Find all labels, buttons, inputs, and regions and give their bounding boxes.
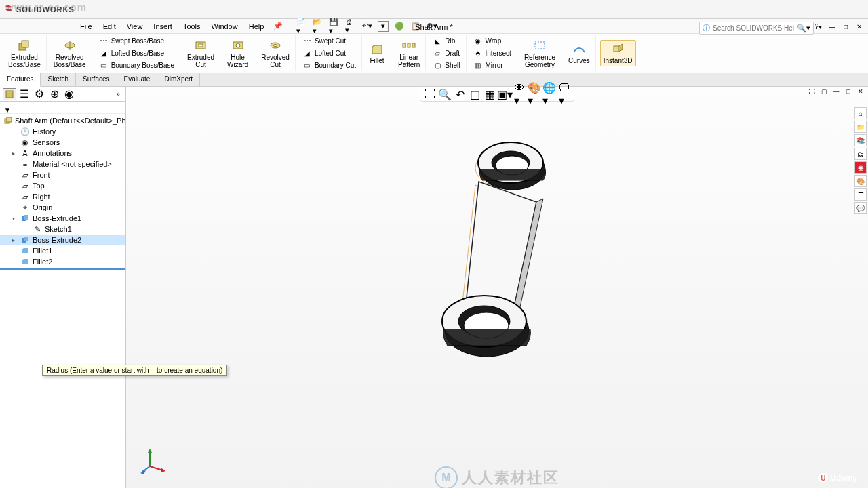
view-triad[interactable] xyxy=(140,447,167,474)
tree-root[interactable]: Shaft Arm (Default<<Default>_PhotoWorks … xyxy=(0,115,125,126)
swept-boss-button[interactable]: 〰Swept Boss/Base xyxy=(96,36,177,47)
boundary-boss-button[interactable]: ▭Boundary Boss/Base xyxy=(96,60,177,71)
instant3d-button[interactable]: Instant3D xyxy=(600,40,636,66)
taskpane-resources-icon[interactable]: 📁 xyxy=(854,121,867,133)
taskpane-appearances-icon[interactable]: 🎨 xyxy=(854,175,867,187)
tree-annotations[interactable]: ▸AAnnotations xyxy=(0,148,125,159)
taskpane-design-library-icon[interactable]: 📚 xyxy=(854,134,867,146)
zoom-area-icon[interactable]: 🔍 xyxy=(439,89,450,100)
revolved-cut-button[interactable]: Revolved Cut xyxy=(258,37,292,70)
hide-show-icon[interactable]: 👁▾ xyxy=(514,89,525,100)
search-box[interactable]: ⓘ 🔍▾ xyxy=(699,22,814,35)
rebuild-icon[interactable]: 🟢 xyxy=(394,21,405,32)
minimize-icon[interactable]: — xyxy=(827,22,837,31)
viewport-min-icon[interactable]: — xyxy=(831,87,841,96)
swept-cut-button[interactable]: 〰Swept Cut xyxy=(300,36,359,47)
menu-help[interactable]: Help xyxy=(243,22,270,30)
tree-sketch1[interactable]: ✎Sketch1 xyxy=(0,224,125,235)
menu-tools[interactable]: Tools xyxy=(178,22,206,30)
wrap-button[interactable]: ◉Wrap xyxy=(471,36,514,47)
tab-dimxpert[interactable]: DimXpert xyxy=(157,73,200,86)
menu-insert[interactable]: Insert xyxy=(148,22,178,30)
menu-window[interactable]: Window xyxy=(206,22,243,30)
taskpane-forum-icon[interactable]: 💬 xyxy=(854,202,867,214)
model-view[interactable] xyxy=(411,121,601,405)
viewport-close-icon[interactable]: ✕ xyxy=(856,87,865,96)
taskpane-file-explorer-icon[interactable]: 🗂 xyxy=(854,148,867,160)
maximize-icon[interactable]: □ xyxy=(841,22,850,31)
tree-front-plane[interactable]: ▱Front xyxy=(0,169,125,180)
reference-geometry-button[interactable]: Reference Geometry xyxy=(521,37,558,70)
view-orientation-icon[interactable]: ▦ xyxy=(484,89,495,100)
viewport-expand-icon[interactable]: ⛶ xyxy=(807,87,816,96)
tab-surfaces[interactable]: Surfaces xyxy=(76,73,117,86)
view-settings-icon[interactable]: 🖵▾ xyxy=(559,89,570,100)
tab-features[interactable]: Features xyxy=(0,73,41,87)
menu-edit[interactable]: Edit xyxy=(98,22,121,30)
tree-filter[interactable]: ▼ xyxy=(0,102,125,114)
print-icon[interactable]: 🖨▾ xyxy=(345,21,356,32)
viewport[interactable]: ⛶ 🔍 ↶ ◫ ▦ ▣▾ 👁▾ 🎨▾ 🌐▾ 🖵▾ ⛶ ▢ — □ ✕ ⌂ 📁 📚… xyxy=(126,87,868,488)
tree-expand-icon[interactable]: » xyxy=(113,90,123,98)
tree-history[interactable]: 🕑History xyxy=(0,126,125,137)
rib-button[interactable]: ◣Rib xyxy=(430,36,462,47)
tree-fillet2[interactable]: Fillet2 xyxy=(0,256,125,267)
section-view-icon[interactable]: ◫ xyxy=(469,89,480,100)
previous-view-icon[interactable]: ↶ xyxy=(454,89,465,100)
extruded-cut-button[interactable]: Extruded Cut xyxy=(184,37,217,70)
menu-view[interactable]: View xyxy=(121,22,149,30)
taskpane-custom-props-icon[interactable]: ☰ xyxy=(854,188,867,201)
hole-wizard-button[interactable]: Hole Wizard xyxy=(224,37,251,70)
intersect-button[interactable]: ⬘Intersect xyxy=(471,48,514,59)
tree-boss-extrude1[interactable]: ▾Boss-Extrude1 xyxy=(0,213,125,224)
tree-boss-extrude2[interactable]: ▸Boss-Extrude2 xyxy=(0,235,125,245)
lofted-cut-button[interactable]: ◢Lofted Cut xyxy=(300,48,359,59)
tree-origin[interactable]: ⌖Origin xyxy=(0,202,125,213)
undo-icon[interactable]: ↶▾ xyxy=(361,21,372,32)
viewport-window-icon[interactable]: ▢ xyxy=(819,87,829,96)
tree-tab-property-icon[interactable]: ☰ xyxy=(18,88,31,100)
tab-sketch[interactable]: Sketch xyxy=(41,73,76,86)
new-doc-icon[interactable]: 📄▾ xyxy=(296,21,307,32)
mirror-button[interactable]: ▥Mirror xyxy=(471,60,514,71)
boundary-cut-button[interactable]: ▭Boundary Cut xyxy=(300,60,359,71)
tab-evaluate[interactable]: Evaluate xyxy=(117,73,158,86)
extruded-boss-button[interactable]: Extruded Boss/Base xyxy=(5,37,43,70)
revolved-boss-button[interactable]: Revolved Boss/Base xyxy=(51,37,89,70)
close-icon[interactable]: ✕ xyxy=(854,22,864,31)
edit-appearance-icon[interactable]: 🎨▾ xyxy=(529,89,540,100)
search-icon[interactable]: 🔍▾ xyxy=(797,24,810,33)
search-input[interactable] xyxy=(713,24,794,32)
curves-button[interactable]: Curves xyxy=(566,41,593,66)
tree-sensors[interactable]: ◉Sensors xyxy=(0,137,125,148)
tooltip: Radius (Enter a value or start with = to… xyxy=(42,365,227,376)
tree-right-plane[interactable]: ▱Right xyxy=(0,191,125,202)
menu-file[interactable]: File xyxy=(75,22,98,30)
save-icon[interactable]: 💾▾ xyxy=(329,21,340,32)
tree-material[interactable]: ≡Material <not specified> xyxy=(0,159,125,169)
apply-scene-icon[interactable]: 🌐▾ xyxy=(544,89,555,100)
zoom-fit-icon[interactable]: ⛶ xyxy=(425,89,435,100)
display-style-icon[interactable]: ▣▾ xyxy=(499,89,510,100)
svg-line-35 xyxy=(142,466,150,472)
fillet-button[interactable]: Fillet xyxy=(366,41,388,66)
taskpane-view-palette-icon[interactable]: ◉ xyxy=(854,161,867,174)
shell-button[interactable]: ▢Shell xyxy=(430,60,462,71)
instant3d-icon xyxy=(610,42,626,56)
pin-icon[interactable]: 📌 xyxy=(273,22,283,30)
tree-tab-dimxpert-icon[interactable]: ⊕ xyxy=(47,88,61,100)
tree-tab-display-icon[interactable]: ◉ xyxy=(62,88,76,100)
select-icon[interactable]: ▾ xyxy=(378,21,389,32)
title-bar: SOLIDWORKS xyxy=(0,0,868,19)
lofted-boss-button[interactable]: ◢Lofted Boss/Base xyxy=(96,48,177,59)
linear-pattern-button[interactable]: Linear Pattern xyxy=(395,37,422,70)
draft-button[interactable]: ▱Draft xyxy=(430,48,462,59)
viewport-max-icon[interactable]: □ xyxy=(844,87,853,96)
tree-top-plane[interactable]: ▱Top xyxy=(0,180,125,191)
tree-tab-config-icon[interactable]: ⚙ xyxy=(33,88,46,100)
open-doc-icon[interactable]: 📂▾ xyxy=(313,21,323,32)
tree-tab-feature-icon[interactable] xyxy=(3,88,16,100)
taskpane-home-icon[interactable]: ⌂ xyxy=(854,107,867,119)
tree-fillet1[interactable]: Fillet1 xyxy=(0,245,125,256)
help-icon[interactable]: ?▾ xyxy=(814,22,823,31)
